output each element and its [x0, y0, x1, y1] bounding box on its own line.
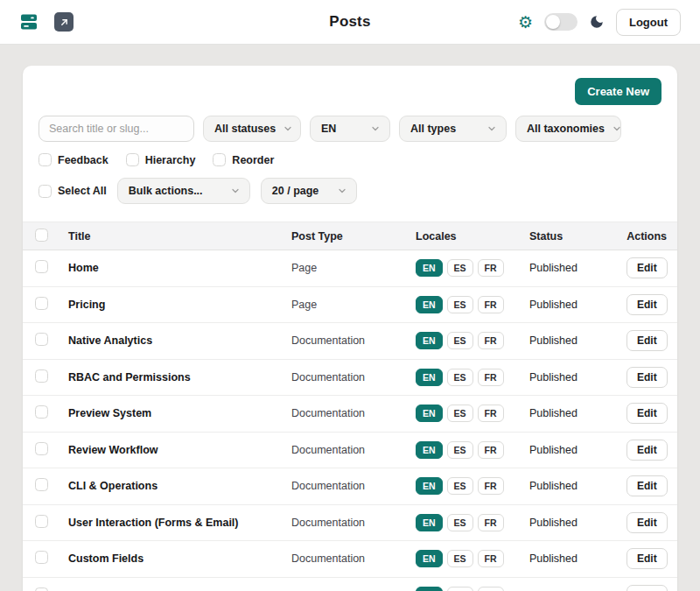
locale-badge-en: EN [416, 296, 443, 313]
row-title: CLI & Operations [68, 480, 291, 492]
table-row: Native Analytics Documentation ENESFR Pu… [23, 323, 677, 360]
edit-button[interactable]: Edit [626, 403, 668, 424]
edit-button[interactable]: Edit [626, 257, 668, 278]
row-checkbox[interactable] [35, 587, 48, 591]
create-new-button[interactable]: Create New [575, 78, 662, 105]
column-header-actions: Actions [626, 230, 677, 243]
checkbox-label: Reorder [232, 154, 274, 166]
search-input[interactable] [38, 116, 194, 142]
locale-filter-value: EN [321, 123, 336, 135]
bulk-actions-select[interactable]: Bulk actions... [117, 178, 250, 204]
checkbox-box[interactable] [38, 153, 52, 166]
table-row: Custom Fields Documentation ENESFR Publi… [23, 541, 677, 578]
checkbox-box[interactable] [213, 153, 226, 166]
edit-button[interactable]: Edit [626, 367, 668, 388]
locale-badge-en: EN [416, 587, 443, 591]
per-page-select[interactable]: 20 / page [261, 178, 357, 204]
row-status: Published [529, 371, 626, 383]
row-status: Published [529, 552, 626, 565]
table-row: User Interaction (Forms & Email) Documen… [23, 505, 677, 542]
type-filter-select[interactable]: All types [399, 116, 507, 142]
header-checkbox[interactable] [35, 229, 48, 242]
locale-badge-en: EN [416, 550, 443, 567]
locale-filter-select[interactable]: EN [310, 116, 390, 142]
row-post-type: Documentation [291, 517, 416, 529]
locale-badge-en: EN [416, 332, 443, 349]
select-all-label: Select All [58, 185, 107, 197]
row-status: Published [529, 407, 626, 419]
taxonomy-filter-value: All taxonomies [527, 123, 605, 135]
hierarchy-checkbox[interactable]: Hierarchy [126, 153, 196, 166]
row-status: Published [529, 262, 626, 274]
locale-badge-es: ES [447, 587, 473, 591]
row-title: Preview System [68, 407, 291, 419]
chevron-down-icon [337, 186, 347, 196]
locale-badge-fr: FR [478, 441, 504, 459]
external-link-icon[interactable] [54, 12, 74, 32]
chevron-down-icon [230, 186, 241, 196]
row-locales: ENESFR [416, 405, 529, 422]
table-row: Review Workflow Documentation ENESFR Pub… [23, 433, 677, 469]
row-checkbox[interactable] [35, 260, 48, 273]
edit-button[interactable]: Edit [626, 585, 668, 591]
locale-badge-fr: FR [478, 405, 504, 422]
checkbox-box[interactable] [38, 185, 52, 198]
posts-card: Create New All statuses EN All types All… [23, 66, 677, 591]
reorder-checkbox[interactable]: Reorder [213, 153, 274, 166]
chevron-down-icon [486, 123, 497, 134]
row-checkbox[interactable] [35, 369, 48, 383]
row-post-type: Page [291, 299, 416, 311]
row-post-type: Documentation [291, 407, 416, 419]
type-filter-value: All types [410, 123, 456, 135]
locale-badge-en: EN [416, 477, 443, 495]
theme-toggle[interactable] [544, 13, 578, 31]
table-row: CLI & Operations Documentation ENESFR Pu… [23, 468, 677, 505]
row-checkbox[interactable] [35, 405, 48, 419]
table-row: Menus Documentation ENESFR Published Edi… [23, 578, 677, 591]
toggle-knob [546, 15, 560, 29]
row-checkbox[interactable] [35, 297, 48, 310]
row-post-type: Documentation [291, 552, 416, 565]
taxonomy-filter-select[interactable]: All taxonomies [515, 116, 621, 142]
edit-button[interactable]: Edit [626, 512, 668, 533]
row-checkbox[interactable] [35, 442, 48, 455]
row-post-type: Page [291, 262, 416, 274]
column-header-title: Title [68, 230, 291, 243]
top-bar-left [19, 12, 74, 32]
table-row: Home Page ENESFR Published Edit [23, 250, 677, 287]
row-post-type: Documentation [291, 480, 416, 492]
top-bar: Posts ⚙ Logout [0, 0, 700, 45]
row-checkbox[interactable] [35, 333, 48, 346]
status-filter-select[interactable]: All statuses [203, 116, 301, 142]
locale-badge-en: EN [416, 514, 443, 531]
feedback-checkbox[interactable]: Feedback [38, 153, 108, 166]
edit-button[interactable]: Edit [626, 475, 668, 496]
edit-button[interactable]: Edit [626, 440, 668, 461]
edit-button[interactable]: Edit [626, 330, 668, 351]
checkbox-box[interactable] [126, 153, 139, 166]
column-header-status: Status [529, 230, 626, 243]
edit-button[interactable]: Edit [626, 294, 668, 315]
edit-button[interactable]: Edit [626, 548, 668, 569]
row-status: Published [529, 334, 626, 347]
locale-badge-fr: FR [478, 332, 504, 349]
table-row: Pricing Page ENESFR Published Edit [23, 287, 677, 324]
row-locales: ENESFR [416, 259, 529, 277]
chevron-down-icon [370, 123, 381, 134]
logout-button[interactable]: Logout [616, 9, 681, 36]
locale-badge-en: EN [416, 405, 443, 422]
row-post-type: Documentation [291, 334, 416, 347]
row-checkbox[interactable] [35, 551, 48, 564]
chevron-down-icon [283, 123, 293, 134]
locale-badge-en: EN [416, 259, 443, 277]
server-stack-logo-icon[interactable] [19, 12, 38, 32]
locale-badge-es: ES [447, 259, 473, 277]
row-checkbox[interactable] [35, 478, 48, 491]
table-body: Home Page ENESFR Published Edit Pricing … [23, 250, 677, 591]
table-row: RBAC and Permissions Documentation ENESF… [23, 360, 677, 397]
select-all-checkbox[interactable]: Select All [38, 185, 107, 198]
settings-gear-icon[interactable]: ⚙ [518, 14, 533, 31]
locale-badge-en: EN [416, 369, 443, 386]
moon-icon[interactable] [589, 14, 605, 30]
row-checkbox[interactable] [35, 515, 48, 528]
